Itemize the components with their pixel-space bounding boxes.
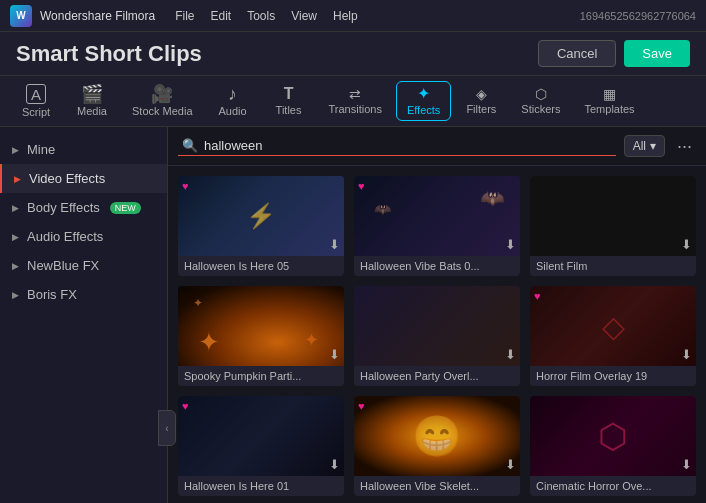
toolbar-script-label: Script [22,106,50,118]
chevron-boris-icon: ▶ [12,290,19,300]
header-buttons: Cancel Save [538,40,690,67]
effect-name: Silent Film [530,256,696,276]
chevron-mine-icon: ▶ [12,145,19,155]
window-id: 1694652562962776064 [580,10,696,22]
sidebar-item-video-effects[interactable]: ▶ Video Effects [0,164,167,193]
menu-tools[interactable]: Tools [247,9,275,23]
sidebar-item-newblue-fx[interactable]: ▶ NewBlue FX [0,251,167,280]
sidebar-item-mine[interactable]: ▶ Mine [0,135,167,164]
download-button[interactable]: ⬇ [681,347,692,362]
sidebar-video-effects-label: Video Effects [29,171,105,186]
toolbar-media[interactable]: 🎬 Media [66,81,118,121]
effect-name: Halloween Is Here 05 [178,256,344,276]
toolbar-media-label: Media [77,105,107,117]
download-button[interactable]: ⬇ [681,457,692,472]
chevron-audio-effects-icon: ▶ [12,232,19,242]
toolbar-templates[interactable]: ▦ Templates [574,83,644,119]
effect-name: Halloween Vibe Bats 0... [354,256,520,276]
download-button[interactable]: ⬇ [681,237,692,252]
sidebar-newblue-label: NewBlue FX [27,258,99,273]
collapse-arrow-icon: ‹ [165,423,168,434]
toolbar-titles[interactable]: T Titles [263,82,315,120]
templates-icon: ▦ [603,87,616,101]
header: Smart Short Clips Cancel Save [0,32,706,76]
effect-thumb: ♥ ⬇ [178,396,344,476]
effect-card-silent-film[interactable]: ⬇ Silent Film [530,176,696,276]
download-button[interactable]: ⬇ [329,457,340,472]
menu-view[interactable]: View [291,9,317,23]
cancel-button[interactable]: Cancel [538,40,616,67]
download-button[interactable]: ⬇ [505,237,516,252]
effect-thumb: ⬡ ⬇ [530,396,696,476]
toolbar-filters[interactable]: ◈ Filters [455,83,507,119]
toolbar-audio[interactable]: ♪ Audio [207,81,259,121]
sidebar-item-body-effects[interactable]: ▶ Body Effects NEW [0,193,167,222]
effect-name: Cinematic Horror Ove... [530,476,696,496]
download-button[interactable]: ⬇ [505,347,516,362]
effect-name: Halloween Vibe Skelet... [354,476,520,496]
sidebar-audio-effects-label: Audio Effects [27,229,103,244]
toolbar-titles-label: Titles [276,104,302,116]
favorite-icon: ♥ [534,290,541,302]
menu-file[interactable]: File [175,9,194,23]
sidebar-mine-label: Mine [27,142,55,157]
effect-name: Halloween Is Here 01 [178,476,344,496]
download-button[interactable]: ⬇ [505,457,516,472]
toolbar-transitions[interactable]: ⇄ Transitions [319,83,392,119]
effect-card-halloween-vibe-bats[interactable]: ♥ 🦇 🦇 ⬇ Halloween Vibe Bats 0... [354,176,520,276]
app-name: Wondershare Filmora [40,9,155,23]
effect-card-halloween-here-01[interactable]: ♥ ⬇ Halloween Is Here 01 [178,396,344,496]
search-input[interactable] [204,138,612,153]
search-bar: 🔍 All ▾ ··· [168,127,706,166]
favorite-icon: ♥ [358,400,365,412]
effect-thumb: ♥ 🦇 🦇 ⬇ [354,176,520,256]
effect-thumb: ♥ ◇ ⬇ [530,286,696,366]
sidebar-body-effects-label: Body Effects [27,200,100,215]
effects-grid: ♥ ⚡ ⬇ Halloween Is Here 05 ♥ 🦇 🦇 ⬇ Hallo… [168,166,706,503]
toolbar-audio-label: Audio [218,105,246,117]
effect-card-halloween-here-05[interactable]: ♥ ⚡ ⬇ Halloween Is Here 05 [178,176,344,276]
content-area: 🔍 All ▾ ··· ♥ ⚡ ⬇ Halloween Is Here 05 [168,127,706,503]
page-title: Smart Short Clips [16,41,202,67]
sidebar-boris-label: Boris FX [27,287,77,302]
toolbar-templates-label: Templates [584,103,634,115]
toolbar-effects-label: Effects [407,104,440,116]
toolbar-stock-media-label: Stock Media [132,105,193,117]
search-input-wrapper: 🔍 [178,136,616,156]
download-button[interactable]: ⬇ [329,237,340,252]
toolbar-script[interactable]: A Script [10,80,62,122]
effect-card-halloween-party[interactable]: ⬇ Halloween Party Overl... [354,286,520,386]
effect-name: Halloween Party Overl... [354,366,520,386]
search-icon: 🔍 [182,138,198,153]
toolbar-stock-media[interactable]: 🎥 Stock Media [122,81,203,121]
search-filter-dropdown[interactable]: All ▾ [624,135,665,157]
toolbar: A Script 🎬 Media 🎥 Stock Media ♪ Audio T… [0,76,706,127]
favorite-icon: ♥ [358,180,365,192]
sidebar-item-boris-fx[interactable]: ▶ Boris FX [0,280,167,309]
app-logo: W [10,5,32,27]
sidebar-item-audio-effects[interactable]: ▶ Audio Effects [0,222,167,251]
save-button[interactable]: Save [624,40,690,67]
effect-name: Spooky Pumpkin Parti... [178,366,344,386]
menu-help[interactable]: Help [333,9,358,23]
transitions-icon: ⇄ [349,87,361,101]
titles-icon: T [284,86,294,102]
sidebar-collapse-button[interactable]: ‹ [158,410,176,446]
download-button[interactable]: ⬇ [329,347,340,362]
effect-thumb: ⬇ [530,176,696,256]
toolbar-stickers[interactable]: ⬡ Stickers [511,83,570,119]
effect-card-halloween-skeleton[interactable]: ♥ 😁 ⬇ Halloween Vibe Skelet... [354,396,520,496]
toolbar-filters-label: Filters [466,103,496,115]
toolbar-stickers-label: Stickers [521,103,560,115]
toolbar-effects[interactable]: ✦ Effects [396,81,451,121]
effect-thumb: ✦ ✦ ✦ ⬇ [178,286,344,366]
effect-thumb: ♥ ⚡ ⬇ [178,176,344,256]
effect-card-horror-film[interactable]: ♥ ◇ ⬇ Horror Film Overlay 19 [530,286,696,386]
sidebar: ▶ Mine ▶ Video Effects ▶ Body Effects NE… [0,127,168,503]
main-layout: ▶ Mine ▶ Video Effects ▶ Body Effects NE… [0,127,706,503]
new-badge: NEW [110,202,141,214]
effect-card-cinematic-horror[interactable]: ⬡ ⬇ Cinematic Horror Ove... [530,396,696,496]
menu-edit[interactable]: Edit [211,9,232,23]
more-options-button[interactable]: ··· [673,136,696,157]
effect-card-spooky-pumpkin[interactable]: ✦ ✦ ✦ ⬇ Spooky Pumpkin Parti... [178,286,344,386]
